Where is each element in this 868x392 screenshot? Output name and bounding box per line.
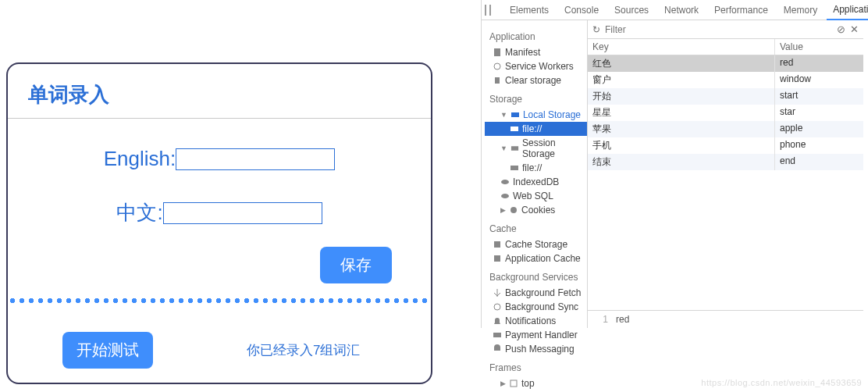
- svg-point-12: [494, 304, 500, 310]
- sidebar-item-local-storage[interactable]: ▼Local Storage: [485, 108, 587, 122]
- svg-rect-4: [510, 127, 518, 131]
- status-suffix: 组词汇: [320, 343, 360, 358]
- value-header[interactable]: Value: [775, 39, 863, 55]
- status-text: 你已经录入7组词汇: [247, 341, 360, 359]
- caret-right-icon: ▶: [500, 206, 506, 214]
- svg-point-7: [501, 180, 509, 184]
- detail-value: red: [616, 314, 629, 325]
- tab-console[interactable]: Console: [558, 1, 605, 20]
- caret-right-icon: ▶: [500, 380, 506, 387]
- svg-rect-2: [495, 77, 500, 84]
- word-entry-panel: 单词录入 English: 中文: 保存 开始测试 你已经录入7组词汇: [6, 62, 432, 384]
- table-row[interactable]: 开始start: [588, 88, 863, 105]
- panel-title: 单词录入: [8, 64, 431, 118]
- tab-network[interactable]: Network: [658, 1, 705, 20]
- table-row[interactable]: 手机phone: [588, 137, 863, 154]
- svg-rect-13: [493, 333, 501, 337]
- svg-rect-11: [494, 255, 500, 262]
- tab-application[interactable]: Application: [827, 0, 868, 20]
- device-icon[interactable]: [489, 5, 491, 16]
- block-icon[interactable]: ⊘: [837, 23, 845, 35]
- table-row[interactable]: 窗户window: [588, 72, 863, 88]
- sidebar-item-bg-fetch[interactable]: Background Fetch: [485, 286, 587, 300]
- filter-bar: ↻ ⊘ ✕: [588, 20, 863, 39]
- devtools-tabbar: Elements Console Sources Network Perform…: [482, 0, 863, 20]
- inspect-icon[interactable]: [485, 5, 486, 16]
- sidebar-item-service-workers[interactable]: Service Workers: [485, 59, 587, 73]
- caret-down-icon: ▼: [500, 111, 507, 119]
- section-application: Application: [489, 31, 587, 42]
- svg-point-8: [501, 194, 509, 198]
- sidebar-item-manifest[interactable]: Manifest: [485, 45, 587, 59]
- english-row: English:: [8, 147, 431, 171]
- table-row[interactable]: 结束end: [588, 154, 863, 170]
- section-storage: Storage: [489, 94, 587, 105]
- start-test-button[interactable]: 开始测试: [62, 332, 153, 369]
- tab-performance[interactable]: Performance: [708, 1, 774, 20]
- storage-table-header: Key Value: [588, 39, 863, 55]
- divider: [8, 118, 431, 119]
- sidebar-item-notifications[interactable]: Notifications: [485, 314, 587, 328]
- sidebar-item-session-file[interactable]: file://: [485, 161, 587, 175]
- chinese-row: 中文:: [8, 199, 431, 226]
- chinese-input[interactable]: [163, 202, 322, 224]
- sidebar-item-cache-storage[interactable]: Cache Storage: [485, 237, 587, 251]
- devtools-panel: Elements Console Sources Network Perform…: [481, 0, 863, 328]
- english-input[interactable]: [176, 148, 335, 170]
- table-row[interactable]: 星星star: [588, 105, 863, 121]
- section-frames: Frames: [489, 362, 587, 373]
- sidebar-item-cookies[interactable]: ▶Cookies: [485, 203, 587, 217]
- save-button[interactable]: 保存: [320, 247, 392, 283]
- svg-rect-14: [510, 380, 517, 387]
- key-header[interactable]: Key: [588, 39, 775, 55]
- table-row[interactable]: 红色red: [588, 55, 863, 72]
- watermark: https://blog.csdn.net/weixin_44593659: [701, 378, 862, 387]
- sidebar-item-push-messaging[interactable]: Push Messaging: [485, 342, 587, 356]
- tab-sources[interactable]: Sources: [608, 1, 655, 20]
- caret-down-icon: ▼: [500, 144, 507, 152]
- english-label: English:: [104, 147, 176, 171]
- devtools-sidebar: Application Manifest Service Workers Cle…: [482, 20, 588, 328]
- sidebar-item-session-storage[interactable]: ▼Session Storage: [485, 136, 587, 161]
- dotted-divider: [8, 298, 431, 304]
- sidebar-item-payment-handler[interactable]: Payment Handler: [485, 328, 587, 342]
- sidebar-item-websql[interactable]: Web SQL: [485, 189, 587, 203]
- chinese-label: 中文:: [116, 199, 162, 226]
- detail-line-number: 1: [592, 314, 608, 325]
- svg-rect-10: [494, 241, 500, 248]
- svg-rect-5: [511, 146, 518, 151]
- sidebar-item-local-file[interactable]: file://: [485, 122, 587, 136]
- sidebar-item-top-frame[interactable]: ▶top: [485, 376, 587, 390]
- tab-memory[interactable]: Memory: [777, 1, 824, 20]
- sidebar-item-bg-sync[interactable]: Background Sync: [485, 300, 587, 314]
- section-bg-services: Background Services: [489, 272, 587, 283]
- svg-rect-3: [511, 112, 519, 117]
- tab-elements[interactable]: Elements: [503, 1, 555, 20]
- svg-rect-6: [510, 166, 518, 170]
- devtools-main: ↻ ⊘ ✕ Key Value 红色red 窗户window 开始start 星…: [588, 20, 863, 328]
- sidebar-item-application-cache[interactable]: Application Cache: [485, 251, 587, 265]
- section-cache: Cache: [489, 223, 587, 234]
- svg-point-1: [494, 63, 500, 69]
- refresh-icon[interactable]: ↻: [592, 24, 600, 35]
- sidebar-item-indexeddb[interactable]: IndexedDB: [485, 175, 587, 189]
- detail-pane: 1 red: [588, 310, 863, 328]
- table-row[interactable]: 苹果apple: [588, 121, 863, 137]
- svg-point-9: [510, 207, 517, 213]
- filter-input[interactable]: [605, 24, 832, 35]
- status-prefix: 你已经录入: [247, 343, 313, 358]
- storage-table-body: 红色red 窗户window 开始start 星星star 苹果apple 手机…: [588, 55, 863, 170]
- svg-rect-0: [494, 48, 500, 56]
- close-icon[interactable]: ✕: [850, 23, 859, 35]
- sidebar-item-clear-storage[interactable]: Clear storage: [485, 73, 587, 87]
